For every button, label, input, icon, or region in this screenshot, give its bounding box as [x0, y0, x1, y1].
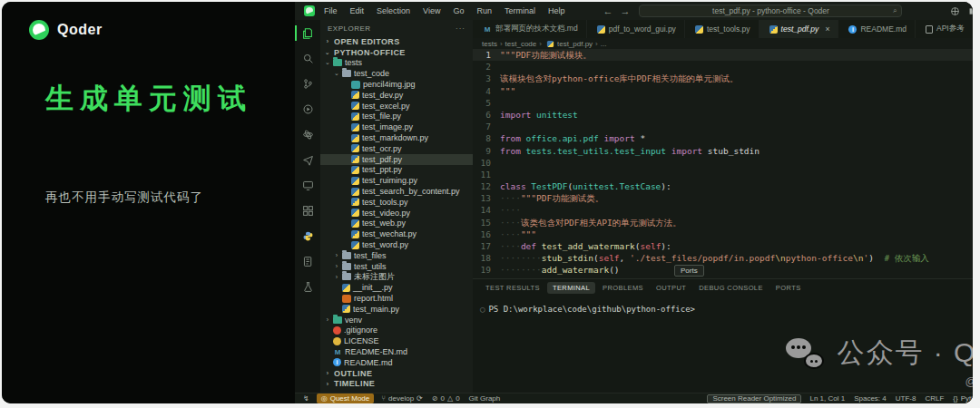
status-remote[interactable]: ↯	[299, 393, 314, 403]
tree-item[interactable]: test_word.py	[320, 239, 473, 250]
activity-search-icon[interactable]	[295, 49, 320, 68]
tree-item[interactable]: LICENSE	[320, 335, 473, 346]
tree-item-label: test_excel.py	[362, 102, 410, 111]
menu-view[interactable]: View	[417, 5, 446, 17]
menu-run[interactable]: Run	[471, 5, 497, 17]
breadcrumb-item[interactable]: ...	[601, 40, 607, 48]
tree-section-outline[interactable]: ›OUTLINE	[320, 368, 473, 379]
tree-item[interactable]: test_file.py	[320, 112, 473, 122]
back-icon[interactable]: ←	[603, 5, 612, 16]
forward-icon[interactable]: →	[620, 5, 630, 16]
activity-send-icon[interactable]	[295, 151, 320, 170]
tree-item[interactable]: test_ruiming.py	[320, 175, 473, 186]
tree-item-label: test_image.py	[362, 122, 413, 131]
panel-tab-debug-console[interactable]: DEBUG CONSOLE	[693, 282, 769, 294]
tree-item[interactable]: iREADME.md	[320, 357, 473, 368]
command-center[interactable]: test_pdf.py - python-office - Qoder ⌕	[639, 5, 902, 17]
code-editor[interactable]: 1"""PDF功能测试模块。23该模块包含对python-office库中PDF…	[473, 49, 973, 278]
tree-item[interactable]: report.html	[320, 293, 473, 304]
tree-item[interactable]: ›test_utils	[320, 261, 473, 272]
breadcrumb-item[interactable]: tests	[482, 40, 497, 48]
activity-run-debug-icon[interactable]	[295, 100, 320, 119]
tree-item[interactable]: test_video.py	[320, 208, 473, 219]
tab-test_pdf.py[interactable]: test_pdf.py×	[760, 20, 839, 38]
tree-item[interactable]: test_search_by_content.py	[320, 186, 473, 197]
activity-extensions-icon[interactable]	[295, 125, 320, 144]
tree-item[interactable]: .gitignore	[320, 325, 473, 336]
activity-python-icon[interactable]	[295, 227, 320, 246]
tree-item[interactable]: __init__.py	[320, 282, 473, 293]
status-ln-1-col-1[interactable]: Ln 1, Col 1	[805, 394, 849, 403]
status-screen-reader-optimized[interactable]: Screen Reader Optimized	[707, 394, 801, 403]
panel-tab-ports[interactable]: PORTS	[770, 282, 807, 294]
folder-icon	[342, 252, 351, 259]
panel-tab-output[interactable]: OUTPUT	[651, 282, 691, 294]
code-token: stub_stdin	[542, 252, 593, 264]
breadcrumb[interactable]: tests›test_code›test_pdf.py›...	[473, 38, 973, 49]
code-line: 10	[473, 157, 973, 169]
activity-remote-icon[interactable]	[295, 176, 320, 195]
grid-icon[interactable]	[950, 6, 960, 16]
tree-item[interactable]: test_dev.py	[320, 90, 473, 101]
sidebar-actions-icon[interactable]: ···	[456, 24, 466, 33]
code-line: 1"""PDF功能测试模块。	[473, 49, 973, 61]
tab--.md[interactable]: M部署网页的技术文档.md	[473, 20, 587, 38]
status-utf-8[interactable]: UTF-8	[891, 394, 921, 403]
tree-item[interactable]: ›test_files	[320, 250, 473, 261]
tab-README.md[interactable]: iREADME.md	[838, 20, 916, 38]
tree-item-label: test_search_by_content.py	[362, 187, 460, 196]
tree-item[interactable]: test_tools.py	[320, 197, 473, 208]
menu-selection[interactable]: Selection	[371, 5, 416, 17]
status-quest[interactable]: ◎Quest Mode	[317, 393, 375, 403]
whitespace-dots: ····	[500, 204, 521, 216]
tree-item[interactable]: pencil4img.jpg	[320, 79, 473, 90]
tree-item[interactable]: test_web.py	[320, 219, 473, 229]
tree-item[interactable]: MREADME-EN.md	[320, 346, 473, 357]
tree-item[interactable]: ›未标注图片	[320, 272, 473, 283]
breadcrumb-item[interactable]: test_pdf.py	[557, 40, 593, 48]
menu-go[interactable]: Go	[447, 5, 469, 17]
tree-item[interactable]: test_excel.py	[320, 101, 473, 112]
tab-API-[interactable]: API参考	[916, 20, 973, 38]
tree-section-python-office[interactable]: ⌄PYTHON-OFFICE	[320, 47, 473, 58]
terminal[interactable]: ○PS D:\workplace\code\github\python-offi…	[473, 294, 973, 393]
tree-item[interactable]: test_image.py	[320, 121, 473, 132]
customize-layout-icon[interactable]	[968, 6, 973, 16]
activity-grid-icon[interactable]	[295, 201, 320, 220]
tree-item[interactable]: ⌄test_code	[320, 68, 473, 79]
tree-item[interactable]: test_ocr.py	[320, 143, 473, 154]
menu-terminal[interactable]: Terminal	[499, 5, 541, 17]
tree-item[interactable]: test_pdf.py	[320, 154, 473, 165]
breadcrumb-item[interactable]: test_code	[505, 40, 537, 48]
menu-edit[interactable]: Edit	[345, 5, 370, 17]
status-errors[interactable]: ⊘0△0	[427, 393, 465, 403]
menu-file[interactable]: File	[318, 5, 343, 17]
activity-source-control-icon[interactable]	[295, 74, 320, 93]
tree-section-timeline[interactable]: ›TIMELINE	[320, 379, 473, 390]
status-python[interactable]: {}Python	[948, 394, 973, 403]
status-text[interactable]: Git Graph	[465, 393, 505, 403]
tree-item[interactable]: ›venv	[320, 315, 473, 325]
panel-tab-terminal[interactable]: TERMINAL	[547, 282, 595, 294]
tree-item[interactable]: ⌄tests	[320, 58, 473, 69]
app-logo-icon[interactable]	[304, 5, 315, 16]
tab-pdf_to_word_gui.py[interactable]: pdf_to_word_gui.py	[587, 20, 685, 38]
tree-section-open-editors[interactable]: ›OPEN EDITORS	[320, 36, 473, 47]
tab-test_tools.py[interactable]: test_tools.py	[685, 20, 760, 38]
tree-item[interactable]: test_wechat.py	[320, 228, 473, 239]
activity-notebook-icon[interactable]	[295, 252, 320, 271]
tree-item[interactable]: test_ppt.py	[320, 165, 473, 176]
panel-tab-test-results[interactable]: TEST RESULTS	[480, 282, 545, 294]
close-tab-icon[interactable]: ×	[825, 24, 829, 34]
tree-item[interactable]: test_main.py	[320, 304, 473, 315]
tree-item-label: test_video.py	[362, 209, 410, 218]
menu-help[interactable]: Help	[543, 5, 571, 17]
panel-tab-problems[interactable]: PROBLEMS	[597, 282, 649, 294]
status-spaces-4[interactable]: Spaces: 4	[849, 394, 891, 403]
status-crlf[interactable]: CRLF	[920, 394, 948, 403]
status-branch[interactable]: ⑂develop⟳	[377, 393, 427, 403]
activity-explorer-icon[interactable]	[295, 24, 320, 43]
tree-item[interactable]: test_markdown.py	[320, 132, 473, 143]
activity-flask-icon[interactable]	[295, 277, 320, 296]
workbench: EXPLORER ··· ›OPEN EDITORS⌄PYTHON-OFFICE…	[295, 20, 973, 393]
